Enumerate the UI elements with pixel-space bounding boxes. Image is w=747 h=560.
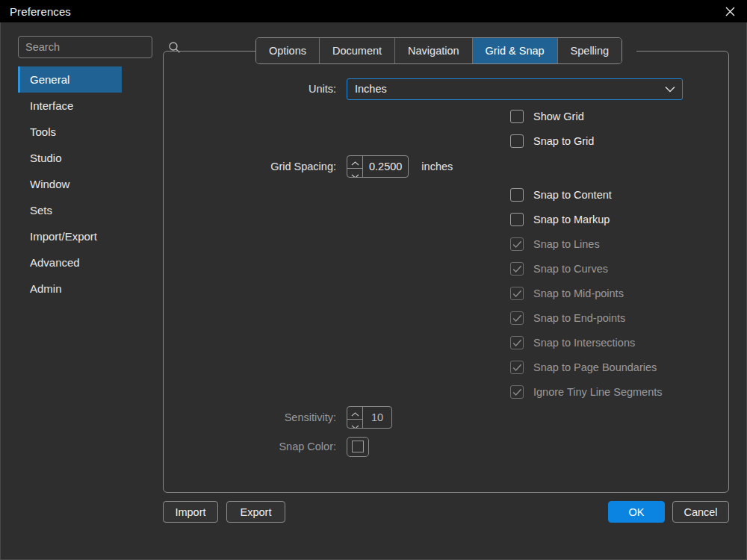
checkbox-label: Snap to Page Boundaries [533, 361, 657, 373]
checkbox-box [510, 361, 524, 374]
checkbox-box [510, 385, 524, 399]
sidebar-item-label: Admin [30, 282, 62, 295]
checkbox-label: Snap to End-points [533, 312, 625, 324]
search-box[interactable] [18, 36, 152, 58]
units-row: Units: Inches [188, 79, 683, 99]
close-button[interactable] [713, 0, 747, 22]
sidebar-item-label: Window [30, 178, 69, 190]
checkbox-box [510, 287, 524, 300]
checkbox-label: Snap to Intersections [533, 337, 635, 349]
checkbox-ignore-tiny-line-segments[interactable]: Ignore Tiny Line Segments [163, 383, 663, 401]
sidebar-item-sets[interactable]: Sets [18, 197, 122, 223]
checkbox-box [510, 311, 524, 325]
sidebar-item-label: Sets [30, 204, 52, 217]
sensitivity-row: Sensitivity: [188, 408, 392, 427]
checkbox-box [510, 134, 524, 148]
chevron-up-icon [351, 407, 359, 419]
stepper-up-button[interactable] [347, 156, 362, 169]
preferences-dialog: Preferences General In [0, 0, 747, 560]
stepper-buttons [347, 407, 363, 428]
snap-color-label: Snap Color: [188, 441, 347, 452]
checkbox-snap-to-grid[interactable]: Snap to Grid [163, 132, 594, 150]
sidebar-item-advanced[interactable]: Advanced [18, 249, 122, 276]
checkbox-box [510, 188, 524, 202]
checkbox-box [510, 213, 524, 226]
cancel-button[interactable]: Cancel [672, 501, 729, 523]
sidebar-item-interface[interactable]: Interface [18, 93, 122, 119]
stepper-buttons [347, 156, 363, 177]
checkbox-snap-to-intersections[interactable]: Snap to Intersections [163, 334, 635, 352]
checkbox-snap-to-mid-points[interactable]: Snap to Mid-points [163, 284, 624, 302]
checkbox-box [510, 262, 524, 276]
checkbox-label: Snap to Lines [533, 238, 600, 250]
sensitivity-stepper[interactable]: 10 [347, 406, 392, 429]
checkbox-label: Snap to Curves [533, 263, 608, 275]
sensitivity-label: Sensitivity: [188, 411, 347, 423]
sidebar-item-studio[interactable]: Studio [18, 145, 122, 171]
checkbox-snap-to-end-points[interactable]: Snap to End-points [163, 309, 625, 327]
close-icon [725, 6, 736, 17]
sidebar-item-label: Studio [30, 152, 62, 164]
sidebar-item-tools[interactable]: Tools [18, 119, 122, 145]
grid-spacing-stepper[interactable]: 0.2500 [347, 155, 409, 178]
chevron-down-icon [665, 79, 675, 99]
checkbox-label: Snap to Mid-points [533, 287, 624, 299]
grid-spacing-row: Grid Spacing: [188, 157, 453, 176]
sidebar-item-label: General [30, 73, 69, 86]
stepper-down-button[interactable] [347, 169, 362, 178]
titlebar: Preferences [0, 0, 747, 22]
grid-spacing-label: Grid Spacing: [188, 161, 347, 172]
chevron-down-icon [351, 420, 359, 429]
sidebar: General Interface Tools Studio Window Se… [1, 22, 158, 560]
checkbox-snap-to-markup[interactable]: Snap to Markup [163, 211, 610, 228]
checkbox-snap-to-page-boundaries[interactable]: Snap to Page Boundaries [163, 358, 657, 376]
checkbox-snap-to-content[interactable]: Snap to Content [163, 186, 612, 204]
checkbox-snap-to-curves[interactable]: Snap to Curves [163, 260, 608, 278]
sidebar-item-label: Tools [30, 125, 56, 138]
sidebar-item-label: Interface [30, 99, 73, 112]
checkbox-label: Snap to Grid [533, 135, 594, 147]
checkbox-snap-to-lines[interactable]: Snap to Lines [163, 235, 600, 253]
units-label: Units: [188, 83, 347, 95]
snap-color-row: Snap Color: [188, 437, 369, 456]
sidebar-item-admin[interactable]: Admin [18, 276, 122, 302]
sidebar-item-window[interactable]: Window [18, 171, 122, 197]
search-input[interactable] [19, 37, 168, 57]
sidebar-nav-list: General Interface Tools Studio Window Se… [18, 66, 122, 302]
units-select[interactable]: Inches [347, 78, 683, 100]
ok-button[interactable]: OK [608, 501, 665, 523]
checkbox-box [510, 237, 524, 251]
dialog-footer: Import Export OK Cancel [1, 495, 746, 559]
grid-and-snap-form: Units: Inches Show Grid Snap to Grid Gri… [163, 51, 729, 493]
checkbox-label: Snap to Markup [533, 214, 610, 225]
chevron-up-icon [351, 156, 359, 168]
units-select-value: Inches [347, 83, 387, 95]
export-button[interactable]: Export [226, 501, 285, 523]
window-title: Preferences [10, 5, 71, 18]
snap-color-button[interactable] [347, 437, 369, 457]
grid-spacing-value[interactable]: 0.2500 [363, 156, 408, 177]
grid-spacing-unit: inches [421, 161, 453, 172]
checkbox-box [510, 110, 524, 123]
checkbox-label: Ignore Tiny Line Segments [533, 386, 663, 398]
checkbox-show-grid[interactable]: Show Grid [163, 108, 584, 125]
sidebar-item-import-export[interactable]: Import/Export [18, 223, 122, 249]
import-button[interactable]: Import [163, 501, 218, 523]
sidebar-item-general[interactable]: General [18, 66, 122, 93]
sidebar-item-label: Import/Export [30, 230, 97, 243]
checkbox-label: Show Grid [533, 111, 584, 122]
sidebar-item-label: Advanced [30, 256, 80, 269]
chevron-down-icon [351, 169, 359, 178]
stepper-up-button[interactable] [347, 407, 362, 420]
checkbox-label: Snap to Content [533, 189, 612, 201]
stepper-down-button[interactable] [347, 420, 362, 429]
sensitivity-value[interactable]: 10 [363, 407, 391, 428]
checkbox-box [510, 336, 524, 349]
color-swatch [352, 441, 364, 452]
